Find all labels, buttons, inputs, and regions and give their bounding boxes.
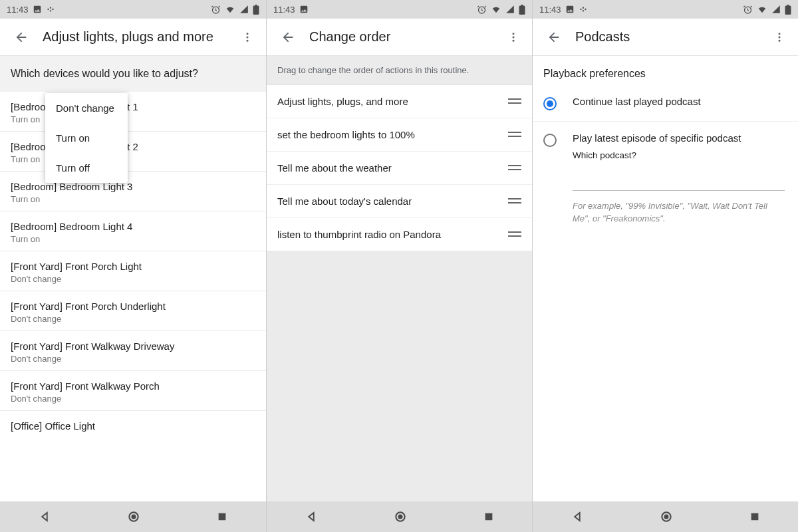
back-arrow-icon bbox=[281, 30, 295, 45]
status-time: 11:43 bbox=[7, 5, 29, 15]
nav-recent-icon[interactable] bbox=[483, 511, 494, 522]
action-label: listen to thumbprint radio on Pandora bbox=[277, 229, 441, 240]
back-button[interactable] bbox=[9, 30, 33, 45]
back-button[interactable] bbox=[276, 30, 300, 45]
svg-point-29 bbox=[582, 7, 583, 9]
device-state: Don't change bbox=[11, 314, 255, 324]
drag-handle-icon[interactable] bbox=[508, 229, 521, 240]
device-row[interactable]: [Bedroo m] Bedroom Li ght 2 Turn on bbox=[0, 132, 266, 172]
nav-recent-icon[interactable] bbox=[217, 511, 227, 522]
drag-handle-icon[interactable] bbox=[508, 129, 521, 140]
option-label: Play latest episode of specific podcast bbox=[573, 132, 787, 144]
device-name: [Front Yard] Front Walkway Driveway bbox=[11, 340, 255, 352]
popup-option-turn-on[interactable]: Turn on bbox=[45, 123, 128, 153]
reorder-row[interactable]: Adjust lights, plugs, and more bbox=[267, 85, 532, 118]
popup-option-dont-change[interactable]: Don't change bbox=[45, 93, 128, 123]
overflow-button[interactable] bbox=[767, 31, 791, 43]
empty-area bbox=[267, 251, 532, 501]
nav-back-icon[interactable] bbox=[39, 511, 51, 523]
android-navbar bbox=[533, 501, 798, 532]
device-row[interactable]: [Bedroo m] Bedroom Li ght 1 Turn on bbox=[0, 92, 266, 132]
radio-selected-icon[interactable] bbox=[543, 97, 558, 110]
nav-home-icon[interactable] bbox=[394, 510, 407, 523]
action-label: Tell me about today's calendar bbox=[277, 196, 412, 207]
screen-change-order: 11:43 Change order Drag to change the or… bbox=[266, 0, 532, 532]
nav-home-icon[interactable] bbox=[660, 510, 673, 523]
wifi-icon bbox=[757, 5, 767, 14]
status-bar: 11:43 bbox=[267, 0, 532, 19]
radio-unselected-icon[interactable] bbox=[543, 134, 558, 147]
back-arrow-icon bbox=[14, 30, 29, 45]
alarm-icon bbox=[477, 5, 487, 15]
svg-rect-23 bbox=[508, 231, 521, 233]
option-label: Continue last played podcast bbox=[573, 96, 787, 107]
image-icon bbox=[565, 5, 575, 14]
device-name: [Front Yard] Front Porch Light bbox=[11, 261, 255, 272]
alarm-icon bbox=[743, 5, 753, 15]
reorder-row[interactable]: set the bedroom lights to 100% bbox=[267, 118, 532, 152]
device-row[interactable]: [Front Yard] Front Walkway Porch Don't c… bbox=[0, 371, 266, 411]
signal-icon bbox=[505, 5, 515, 14]
svg-point-12 bbox=[513, 33, 515, 35]
battery-icon bbox=[519, 5, 525, 15]
device-row[interactable]: [Front Yard] Front Porch Underlight Don'… bbox=[0, 291, 266, 331]
nav-home-icon[interactable] bbox=[127, 510, 140, 523]
device-row[interactable]: [Front Yard] Front Porch Light Don't cha… bbox=[0, 251, 266, 291]
image-icon bbox=[33, 5, 42, 14]
svg-point-7 bbox=[247, 39, 249, 41]
signal-icon bbox=[239, 5, 249, 14]
device-row[interactable]: [Front Yard] Front Walkway Driveway Don'… bbox=[0, 331, 266, 371]
nav-back-icon[interactable] bbox=[305, 511, 317, 523]
alarm-icon bbox=[211, 5, 221, 15]
svg-point-28 bbox=[580, 9, 581, 10]
battery-icon bbox=[785, 5, 791, 15]
svg-point-33 bbox=[779, 33, 781, 35]
status-bar: 11:43 bbox=[533, 0, 798, 19]
section-playback-preferences: Playback preferences bbox=[533, 56, 798, 89]
overflow-button[interactable] bbox=[235, 31, 259, 43]
svg-point-14 bbox=[513, 39, 515, 41]
reorder-list: Adjust lights, plugs, and more set the b… bbox=[267, 84, 532, 251]
option-continue-last[interactable]: Continue last played podcast bbox=[533, 89, 798, 117]
svg-rect-24 bbox=[508, 235, 521, 237]
device-name: [Bedroom] Bedroom Light 4 bbox=[11, 221, 255, 232]
screen-podcasts: 11:43 Podcasts Playback preferences bbox=[532, 0, 798, 532]
status-time: 11:43 bbox=[539, 5, 561, 15]
svg-point-6 bbox=[247, 36, 249, 38]
podcast-hint: For example, "99% Invisible", "Wait, Wai… bbox=[573, 200, 785, 225]
device-row[interactable]: [Office] Office Light bbox=[0, 411, 266, 440]
app-bar: Adjust lights, plugs and more bbox=[0, 19, 266, 56]
popup-option-turn-off[interactable]: Turn off bbox=[45, 153, 128, 183]
svg-rect-22 bbox=[508, 202, 521, 203]
android-navbar bbox=[267, 501, 532, 532]
podcast-name-input[interactable] bbox=[573, 174, 785, 191]
device-row[interactable]: [Bedroom] Bedroom Light 4 Turn on bbox=[0, 211, 266, 251]
device-state: Don't change bbox=[11, 354, 255, 364]
device-row[interactable]: [Bedroom] Bedroom Light 3 Turn on bbox=[0, 172, 266, 211]
svg-rect-15 bbox=[508, 98, 521, 100]
overflow-button[interactable] bbox=[501, 31, 525, 43]
signal-icon bbox=[771, 5, 781, 14]
reorder-instruction: Drag to change the order of actions in t… bbox=[267, 56, 532, 84]
nav-back-icon[interactable] bbox=[571, 511, 583, 523]
drag-handle-icon[interactable] bbox=[508, 162, 521, 174]
reorder-row[interactable]: Tell me about today's calendar bbox=[267, 185, 532, 218]
section-question: Which devices would you like to adjust? bbox=[0, 56, 266, 92]
device-state: Turn on bbox=[11, 234, 255, 244]
assistant-dots-icon bbox=[579, 5, 588, 14]
svg-point-37 bbox=[664, 515, 668, 519]
drag-handle-icon[interactable] bbox=[508, 196, 521, 207]
screen-adjust-lights: 11:43 Adjust lights, plugs and more Whic bbox=[0, 0, 266, 532]
nav-recent-icon[interactable] bbox=[749, 511, 760, 522]
drag-handle-icon[interactable] bbox=[508, 96, 521, 107]
assistant-dots-icon bbox=[46, 5, 55, 14]
image-icon bbox=[299, 5, 309, 14]
option-specific-podcast[interactable]: Play latest episode of specific podcast … bbox=[533, 126, 798, 167]
svg-point-34 bbox=[779, 36, 781, 38]
app-bar: Podcasts bbox=[533, 19, 798, 56]
action-label: set the bedroom lights to 100% bbox=[277, 129, 415, 140]
reorder-row[interactable]: listen to thumbprint radio on Pandora bbox=[267, 218, 532, 251]
device-state: Don't change bbox=[11, 394, 255, 404]
back-button[interactable] bbox=[542, 30, 566, 45]
reorder-row[interactable]: Tell me about the weather bbox=[267, 152, 532, 185]
